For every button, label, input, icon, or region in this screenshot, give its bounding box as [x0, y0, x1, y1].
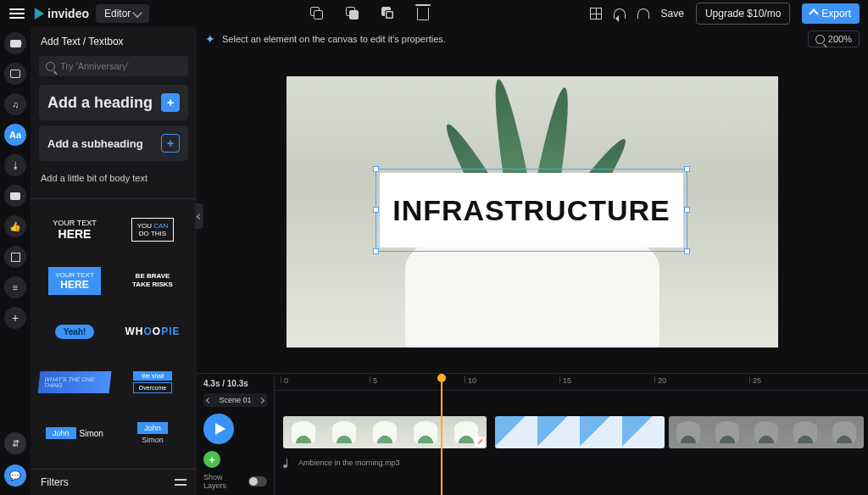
rail-audio-wave-icon[interactable]: ≡ [4, 276, 26, 298]
rail-layout-icon[interactable] [4, 246, 26, 268]
search-input[interactable] [60, 61, 181, 71]
next-scene-icon[interactable] [259, 397, 264, 403]
selected-text-element[interactable]: INFRASTRUCTURE [380, 173, 683, 248]
menu-icon[interactable] [8, 5, 25, 22]
preset-p4[interactable]: BE BRAVETAKE RISKS [117, 259, 188, 303]
scene-label: Scene 01 [214, 396, 256, 404]
rail-folder-icon[interactable] [4, 185, 26, 207]
logo-mark-icon [32, 8, 44, 19]
toggle-switch[interactable] [248, 476, 267, 487]
ruler-tick: 20 [654, 376, 666, 383]
play-icon [215, 423, 225, 435]
trash-icon[interactable] [417, 8, 429, 20]
add-heading-plus-icon[interactable]: + [161, 93, 180, 112]
timeline-clip-1[interactable] [283, 416, 487, 448]
selection-outline [376, 169, 687, 252]
audio-track[interactable]: Ambience in the morning.mp3 [275, 459, 868, 467]
preset-p7[interactable]: WHAT'S THE ONE THING [39, 360, 110, 404]
timeline-ruler[interactable]: 0 5 10 15 20 25 [275, 374, 868, 391]
preset-grid: YOUR TEXTHERE YOU CAN DO THIS YOUR TEXTH… [39, 208, 188, 455]
panel-breadcrumb: Add Text / Textbox [31, 27, 197, 56]
resize-handle-bl[interactable] [373, 248, 379, 254]
resize-handle-tl[interactable] [373, 166, 379, 172]
preset-p5[interactable]: Yeah! [39, 309, 110, 353]
preset-p10[interactable]: JohnSimon [117, 411, 188, 455]
add-scene-button[interactable]: + [203, 451, 220, 468]
play-button[interactable] [203, 414, 234, 444]
rail-share-icon[interactable]: ⇵ [4, 432, 26, 454]
topbar: invideo Editor Save Upgrade $10/mo Expor… [0, 0, 868, 27]
prev-scene-icon[interactable] [206, 397, 212, 403]
zoom-value: 200% [828, 34, 852, 44]
editor-dropdown-label: Editor [104, 8, 131, 19]
magic-wand-icon: ✦ [205, 32, 215, 46]
rail-add-icon[interactable]: + [4, 307, 26, 329]
panel-collapse-handle[interactable] [195, 203, 203, 229]
zoom-icon [815, 35, 825, 44]
timeline-clip-2[interactable] [495, 416, 665, 448]
preset-p9[interactable]: JohnSimon [39, 411, 110, 455]
zoom-control[interactable]: 200% [808, 31, 860, 47]
brand-name: invideo [47, 7, 89, 20]
copy-icon[interactable] [310, 7, 324, 20]
resize-handle-mr[interactable] [684, 207, 690, 213]
redo-icon[interactable] [637, 8, 649, 19]
layers-front-icon[interactable] [346, 7, 359, 20]
upgrade-button[interactable]: Upgrade $10/mo [696, 3, 790, 25]
preset-p2[interactable]: YOU CAN DO THIS [117, 208, 188, 252]
left-rail: ♫ Aa ⭳ 👍 ≡ + ⇵ 💬 [0, 27, 31, 495]
preset-p6[interactable]: WHOOPIE [117, 309, 188, 353]
resize-handle-ml[interactable] [373, 207, 379, 213]
save-button[interactable]: Save [661, 8, 684, 19]
chevron-left-icon [196, 213, 202, 219]
timeline-tracks[interactable]: 0 5 10 15 20 25 [275, 374, 868, 495]
add-heading-label: Add a heading [47, 94, 153, 112]
resize-handle-br[interactable] [684, 248, 690, 254]
preset-p3[interactable]: YOUR TEXTHERE [39, 259, 110, 303]
clip-edit-icon[interactable] [475, 437, 485, 447]
rail-video-icon[interactable] [4, 32, 26, 54]
add-heading[interactable]: Add a heading + [39, 85, 188, 120]
undo-icon[interactable] [614, 8, 626, 19]
export-button[interactable]: Export [802, 3, 860, 24]
ruler-tick: 10 [465, 376, 476, 383]
text-panel: Add Text / Textbox Add a heading + Add a… [31, 27, 197, 495]
music-note-icon [287, 459, 293, 467]
search-icon [46, 62, 55, 71]
timeline: 4.3s / 10.3s Scene 01 + Show Layers 0 5 [197, 373, 868, 495]
resize-handle-tr[interactable] [684, 166, 690, 172]
add-subheading-plus-icon[interactable]: + [161, 134, 180, 153]
sliders-icon [175, 477, 186, 487]
rail-image-icon[interactable] [4, 63, 26, 85]
rail-download-icon[interactable]: ⭳ [4, 154, 26, 176]
timeline-time: 4.3s / 10.3s [203, 379, 267, 388]
scene-selector[interactable]: Scene 01 [203, 393, 267, 407]
rail-music-icon[interactable]: ♫ [4, 93, 26, 115]
preset-p1[interactable]: YOUR TEXTHERE [39, 208, 110, 252]
divider [31, 198, 197, 199]
editor-dropdown[interactable]: Editor [96, 4, 149, 23]
canvas[interactable]: INFRASTRUCTURE [287, 76, 778, 348]
rail-chat-icon[interactable]: 💬 [4, 464, 26, 487]
ruler-tick: 25 [749, 376, 761, 383]
add-subheading-label: Add a subheading [47, 137, 143, 150]
preset-search[interactable] [39, 56, 188, 76]
filters-toggle[interactable]: Filters [31, 469, 197, 495]
workspace: ✦ Select an element on the canvas to edi… [197, 27, 868, 495]
snap-grid-icon[interactable] [590, 8, 602, 19]
ruler-tick: 5 [370, 376, 377, 383]
preset-p8[interactable]: We shallOvercome [117, 360, 188, 404]
timeline-clip-3[interactable] [669, 416, 864, 448]
brand-logo[interactable]: invideo [32, 7, 89, 20]
chevron-down-icon [133, 8, 142, 17]
add-subheading[interactable]: Add a subheading + [39, 125, 188, 161]
export-icon [810, 8, 819, 18]
show-layers-label: Show Layers [203, 473, 243, 490]
playhead[interactable] [441, 374, 442, 495]
canvas-tip: Select an element on the canvas to edit … [222, 34, 446, 44]
add-body-text[interactable]: Add a little bit of body text [39, 166, 188, 193]
rail-text-icon[interactable]: Aa [4, 124, 26, 146]
show-layers-toggle[interactable]: Show Layers [203, 473, 267, 490]
rail-thumbs-up-icon[interactable]: 👍 [4, 215, 26, 237]
layers-back-icon[interactable] [381, 7, 395, 20]
